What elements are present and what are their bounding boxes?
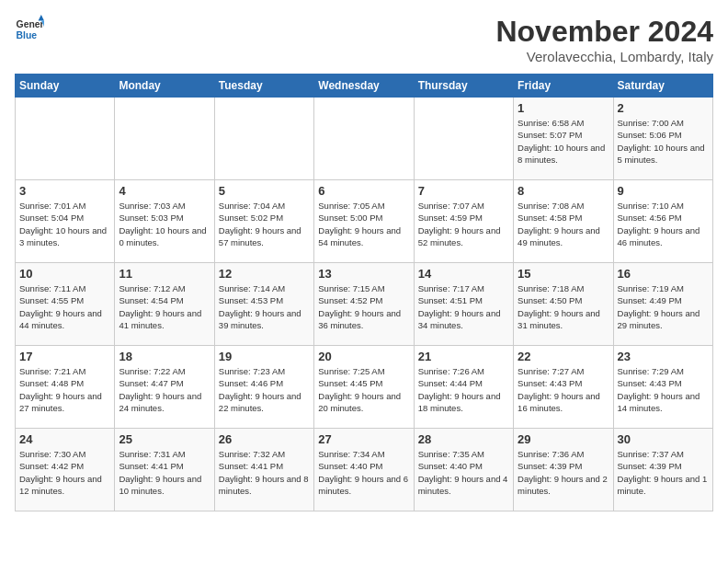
day-info: Sunrise: 7:07 AM Sunset: 4:59 PM Dayligh…	[418, 200, 509, 248]
title-section: November 2024 Verolavecchia, Lombardy, I…	[495, 15, 713, 64]
header-cell-sunday: Sunday	[16, 75, 115, 98]
day-info: Sunrise: 7:04 AM Sunset: 5:02 PM Dayligh…	[219, 200, 310, 248]
day-cell: 3Sunrise: 7:01 AM Sunset: 5:04 PM Daylig…	[16, 180, 115, 263]
day-number: 6	[318, 184, 409, 198]
day-info: Sunrise: 7:10 AM Sunset: 4:56 PM Dayligh…	[618, 200, 709, 248]
day-number: 26	[219, 432, 310, 446]
svg-text:General: General	[17, 19, 44, 29]
day-cell: 16Sunrise: 7:19 AM Sunset: 4:49 PM Dayli…	[613, 263, 712, 346]
day-number: 28	[418, 432, 509, 446]
day-number: 10	[19, 267, 110, 281]
calendar-table: SundayMondayTuesdayWednesdayThursdayFrid…	[15, 74, 713, 511]
day-cell: 30Sunrise: 7:37 AM Sunset: 4:39 PM Dayli…	[613, 429, 712, 511]
day-number: 29	[518, 432, 609, 446]
day-info: Sunrise: 7:01 AM Sunset: 5:04 PM Dayligh…	[19, 200, 110, 248]
day-cell	[16, 98, 115, 180]
day-cell: 8Sunrise: 7:08 AM Sunset: 4:58 PM Daylig…	[514, 180, 613, 263]
header-cell-friday: Friday	[514, 75, 613, 98]
day-cell: 28Sunrise: 7:35 AM Sunset: 4:40 PM Dayli…	[414, 429, 513, 511]
day-cell	[314, 98, 414, 180]
day-number: 13	[318, 267, 409, 281]
day-info: Sunrise: 7:19 AM Sunset: 4:49 PM Dayligh…	[618, 282, 709, 331]
header-cell-wednesday: Wednesday	[314, 75, 414, 98]
day-cell	[414, 98, 513, 180]
day-cell: 7Sunrise: 7:07 AM Sunset: 4:59 PM Daylig…	[414, 180, 513, 263]
day-number: 18	[119, 350, 210, 363]
day-info: Sunrise: 7:15 AM Sunset: 4:52 PM Dayligh…	[318, 282, 409, 331]
day-number: 5	[219, 184, 310, 198]
day-info: Sunrise: 7:08 AM Sunset: 4:58 PM Dayligh…	[518, 200, 609, 248]
day-info: Sunrise: 7:27 AM Sunset: 4:43 PM Dayligh…	[518, 365, 609, 414]
day-number: 11	[119, 267, 210, 281]
day-info: Sunrise: 7:29 AM Sunset: 4:43 PM Dayligh…	[618, 365, 709, 414]
day-cell: 24Sunrise: 7:30 AM Sunset: 4:42 PM Dayli…	[16, 429, 115, 511]
header-cell-thursday: Thursday	[414, 75, 513, 98]
day-number: 16	[618, 267, 709, 281]
day-cell: 1Sunrise: 6:58 AM Sunset: 5:07 PM Daylig…	[514, 98, 613, 180]
day-info: Sunrise: 7:37 AM Sunset: 4:39 PM Dayligh…	[618, 448, 709, 497]
day-info: Sunrise: 7:12 AM Sunset: 4:54 PM Dayligh…	[119, 282, 210, 331]
day-info: Sunrise: 7:18 AM Sunset: 4:50 PM Dayligh…	[518, 282, 609, 331]
day-cell: 25Sunrise: 7:31 AM Sunset: 4:41 PM Dayli…	[115, 429, 214, 511]
day-number: 21	[418, 350, 509, 363]
day-info: Sunrise: 6:58 AM Sunset: 5:07 PM Dayligh…	[518, 117, 609, 166]
day-cell	[214, 98, 313, 180]
svg-text:Blue: Blue	[17, 30, 38, 40]
day-info: Sunrise: 7:36 AM Sunset: 4:39 PM Dayligh…	[518, 448, 609, 497]
day-number: 22	[518, 350, 609, 363]
day-info: Sunrise: 7:26 AM Sunset: 4:44 PM Dayligh…	[418, 365, 509, 414]
header: General Blue November 2024 Verolavecchia…	[15, 15, 713, 64]
day-info: Sunrise: 7:00 AM Sunset: 5:06 PM Dayligh…	[618, 117, 709, 166]
day-cell: 18Sunrise: 7:22 AM Sunset: 4:47 PM Dayli…	[115, 346, 214, 429]
day-info: Sunrise: 7:32 AM Sunset: 4:41 PM Dayligh…	[219, 448, 310, 497]
day-number: 14	[418, 267, 509, 281]
day-number: 4	[119, 184, 210, 198]
day-number: 8	[518, 184, 609, 198]
day-cell: 23Sunrise: 7:29 AM Sunset: 4:43 PM Dayli…	[613, 346, 712, 429]
day-cell: 12Sunrise: 7:14 AM Sunset: 4:53 PM Dayli…	[214, 263, 313, 346]
day-number: 24	[19, 432, 110, 446]
day-info: Sunrise: 7:31 AM Sunset: 4:41 PM Dayligh…	[119, 448, 210, 497]
day-number: 15	[518, 267, 609, 281]
day-info: Sunrise: 7:34 AM Sunset: 4:40 PM Dayligh…	[318, 448, 409, 497]
day-number: 19	[219, 350, 310, 363]
day-number: 27	[318, 432, 409, 446]
day-cell: 10Sunrise: 7:11 AM Sunset: 4:55 PM Dayli…	[16, 263, 115, 346]
day-cell: 17Sunrise: 7:21 AM Sunset: 4:48 PM Dayli…	[16, 346, 115, 429]
calendar-header: SundayMondayTuesdayWednesdayThursdayFrid…	[16, 75, 713, 98]
day-number: 30	[618, 432, 709, 446]
day-cell: 6Sunrise: 7:05 AM Sunset: 5:00 PM Daylig…	[314, 180, 414, 263]
day-info: Sunrise: 7:05 AM Sunset: 5:00 PM Dayligh…	[318, 200, 409, 248]
day-cell: 14Sunrise: 7:17 AM Sunset: 4:51 PM Dayli…	[414, 263, 513, 346]
day-info: Sunrise: 7:22 AM Sunset: 4:47 PM Dayligh…	[119, 365, 210, 414]
day-number: 3	[19, 184, 110, 198]
day-info: Sunrise: 7:23 AM Sunset: 4:46 PM Dayligh…	[219, 365, 310, 414]
day-number: 17	[19, 350, 110, 363]
day-number: 12	[219, 267, 310, 281]
calendar-title: November 2024	[495, 15, 713, 49]
week-row-1: 1Sunrise: 6:58 AM Sunset: 5:07 PM Daylig…	[16, 98, 713, 180]
week-row-2: 3Sunrise: 7:01 AM Sunset: 5:04 PM Daylig…	[16, 180, 713, 263]
logo: General Blue	[15, 15, 44, 44]
day-cell	[115, 98, 214, 180]
day-cell: 13Sunrise: 7:15 AM Sunset: 4:52 PM Dayli…	[314, 263, 414, 346]
day-cell: 26Sunrise: 7:32 AM Sunset: 4:41 PM Dayli…	[214, 429, 313, 511]
header-cell-tuesday: Tuesday	[214, 75, 313, 98]
day-cell: 22Sunrise: 7:27 AM Sunset: 4:43 PM Dayli…	[514, 346, 613, 429]
logo-icon: General Blue	[15, 15, 44, 44]
day-cell: 15Sunrise: 7:18 AM Sunset: 4:50 PM Dayli…	[514, 263, 613, 346]
day-cell: 5Sunrise: 7:04 AM Sunset: 5:02 PM Daylig…	[214, 180, 313, 263]
calendar-body: 1Sunrise: 6:58 AM Sunset: 5:07 PM Daylig…	[16, 98, 713, 511]
day-info: Sunrise: 7:30 AM Sunset: 4:42 PM Dayligh…	[19, 448, 110, 497]
day-number: 2	[618, 101, 709, 115]
day-number: 7	[418, 184, 509, 198]
day-info: Sunrise: 7:11 AM Sunset: 4:55 PM Dayligh…	[19, 282, 110, 331]
day-cell: 2Sunrise: 7:00 AM Sunset: 5:06 PM Daylig…	[613, 98, 712, 180]
day-info: Sunrise: 7:03 AM Sunset: 5:03 PM Dayligh…	[119, 200, 210, 248]
day-cell: 11Sunrise: 7:12 AM Sunset: 4:54 PM Dayli…	[115, 263, 214, 346]
day-info: Sunrise: 7:21 AM Sunset: 4:48 PM Dayligh…	[19, 365, 110, 414]
day-number: 25	[119, 432, 210, 446]
header-cell-monday: Monday	[115, 75, 214, 98]
week-row-5: 24Sunrise: 7:30 AM Sunset: 4:42 PM Dayli…	[16, 429, 713, 511]
week-row-3: 10Sunrise: 7:11 AM Sunset: 4:55 PM Dayli…	[16, 263, 713, 346]
